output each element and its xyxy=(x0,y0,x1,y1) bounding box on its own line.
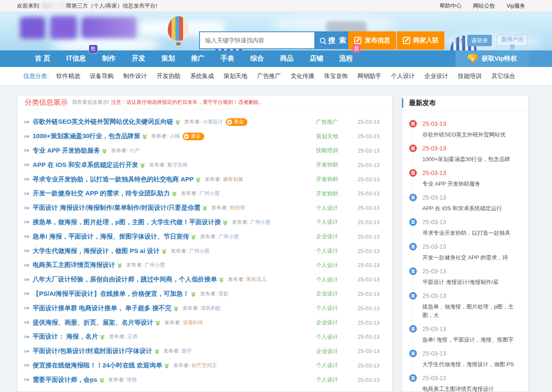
search-input[interactable] xyxy=(199,31,314,49)
category-link[interactable]: 开发协助 xyxy=(314,161,340,169)
publisher-link[interactable]: 广州小慧 xyxy=(199,190,219,197)
listing-title-link[interactable]: 专业 APP 开发协助服务 xyxy=(33,147,100,155)
nav-item[interactable]: 店铺 xyxy=(310,54,323,63)
nav-item[interactable]: 首 页 xyxy=(35,54,50,63)
category-item[interactable]: 其它综合 xyxy=(491,72,515,80)
listing-title-link[interactable]: APP 在 iOS 和安卓系统稳定运行开发 xyxy=(33,161,138,169)
topbar-link[interactable]: 帮助中心 xyxy=(439,2,461,10)
listing-title-link[interactable]: 便宜接在线做海报啦！！24小时在线 欢迎询单 xyxy=(33,361,162,370)
publisher-link[interactable]: 创艺空间主 xyxy=(191,362,217,369)
nav-item[interactable]: 商品 xyxy=(280,54,294,63)
publisher-link[interactable]: 晋影 xyxy=(219,290,229,297)
publisher-link[interactable]: 广州小慧 xyxy=(189,247,209,255)
search-button[interactable]: 搜 索 xyxy=(314,31,352,49)
listing-title-link[interactable]: 提供海报、画册、折页、展架、名片等设计 xyxy=(33,319,153,327)
category-link[interactable]: 个人设计 xyxy=(314,276,340,284)
publisher-link[interactable]: 广州小慧 xyxy=(250,219,271,226)
category-item[interactable]: 设备导购 xyxy=(90,72,114,80)
listing-title-link[interactable]: 八年大厂设计经验，原创自由设计师，跳过中间商，个人低价接单 xyxy=(33,275,217,284)
category-link[interactable]: 企业设计 xyxy=(314,290,340,297)
timeline-title[interactable]: 大学生代做海报，海报设计，做图 PS xyxy=(422,360,524,369)
show-here-link[interactable]: 我也要在这展示! xyxy=(72,99,109,106)
listing-title-link[interactable]: 平面设计接单群 电商设计接单， 单子超多 接不完 xyxy=(33,304,172,312)
timeline-title[interactable]: 专业 APP 开发协助服务 xyxy=(422,180,524,188)
vip-button[interactable]: V 获取Vip特权 xyxy=(455,50,529,67)
timeline-title[interactable]: 电商美工主图详情页海报设计 xyxy=(422,385,524,392)
listing-title-link[interactable]: 寻求专业开发协助，以打造一款独具特色的社交电商 APP xyxy=(33,175,194,183)
category-link[interactable]: 企业设计 xyxy=(314,319,340,326)
listing-title-link[interactable]: 大学生代做海报，海报设计，做图 PS ai 设计 xyxy=(33,247,160,255)
category-item[interactable]: 文化传播 xyxy=(291,72,314,80)
category-link[interactable]: 个人设计 xyxy=(314,361,340,369)
category-link[interactable]: 开发协助 xyxy=(314,190,340,197)
timeline-title[interactable]: 平面设计 海报设计/海报制作/菜 xyxy=(422,278,524,286)
category-link[interactable]: 个人设计 xyxy=(314,247,340,255)
category-item[interactable]: 企业设计 xyxy=(424,72,448,80)
topbar-link[interactable]: Vip服务 xyxy=(506,2,525,10)
nav-item[interactable]: IT信息 xyxy=(66,54,86,63)
category-link[interactable]: 企业设计 xyxy=(314,233,340,240)
category-item[interactable]: 系统集成 xyxy=(190,72,214,80)
timeline-title[interactable]: 1000+策划案涵盖30行业，包含品牌 xyxy=(422,155,524,164)
category-link[interactable]: 技能培训 xyxy=(314,147,340,154)
publisher-link[interactable]: 凌霜剑侠 xyxy=(183,319,203,326)
timeline-title[interactable]: 寻求专业开发协助，以打造一款独具 xyxy=(422,229,524,237)
topbar-link[interactable]: 网站公告 xyxy=(473,2,495,10)
timeline-title[interactable]: 接急单，做海报，图片处理，p图，主图，大 xyxy=(422,303,524,320)
category-item[interactable]: 广告推广 xyxy=(257,72,281,80)
merchant-join-button[interactable]: 商家入驻 xyxy=(397,31,444,50)
nav-item[interactable]: 综合 xyxy=(250,54,264,63)
listing-title-link[interactable]: 平面设计： 海报，名片 xyxy=(33,333,98,341)
listing-title-link[interactable]: 1000+策划案涵盖30行业，包含品牌策 xyxy=(33,132,140,140)
category-item[interactable]: 珠宝首饰 xyxy=(324,72,348,80)
category-link[interactable]: 个人设计 xyxy=(314,261,340,269)
timeline-title[interactable]: APP 在 iOS 和安卓系统稳定运行 xyxy=(422,204,524,213)
nav-item[interactable]: 手表 xyxy=(221,54,234,63)
listing-title-link[interactable]: 接急单，做海报，图片处理，p图，主图，大学生代做！平面设计接 xyxy=(33,218,221,226)
listing-title-link[interactable]: 急单! 海报，平面设计，海报、抠图字体设计、节日宣传 xyxy=(33,233,189,241)
category-item[interactable]: 技能培训 xyxy=(458,72,482,80)
listing-title-link[interactable]: 需要平面设计师，会ps xyxy=(33,376,97,384)
publisher-link[interactable]: 张悦 xyxy=(127,376,137,384)
category-link[interactable]: 开发协助 xyxy=(314,175,340,183)
listing-title-link[interactable]: 电商美工主图详情页海报设计 xyxy=(33,261,115,269)
nav-item[interactable]: 开发 xyxy=(132,54,145,63)
category-link[interactable]: 企业设计 xyxy=(314,348,340,355)
nav-item[interactable]: 制作 xyxy=(102,54,116,63)
category-link[interactable]: 个人设计 xyxy=(314,333,340,341)
timeline-title[interactable]: 谷歌外链SEO英文外链外贸网站优 xyxy=(422,131,524,139)
listing-title-link[interactable]: 谷歌外链SEO英文外链外贸网站优化关键词反向链 xyxy=(33,118,173,126)
category-link[interactable]: 个人设计 xyxy=(314,376,340,384)
publisher-link[interactable]: 广州小慧 xyxy=(219,233,239,240)
publisher-link[interactable]: 程经理 xyxy=(230,204,245,211)
category-link[interactable]: 策划天地 xyxy=(314,133,340,140)
category-link[interactable]: 个人设计 xyxy=(314,218,340,226)
publisher-link[interactable]: 极客创翼 xyxy=(223,176,243,183)
publisher-link[interactable]: 茉莉花儿 xyxy=(246,276,266,283)
nav-item[interactable]: 流程 xyxy=(339,54,353,63)
publisher-link[interactable]: 王强 xyxy=(128,333,138,340)
listing-title-link[interactable]: 平面设计 海报设计/海报制作/菜单制作/封面设计/只要是你需 xyxy=(33,204,200,212)
category-item[interactable]: 软件精选 xyxy=(56,72,80,80)
category-link[interactable]: 个人设计 xyxy=(314,304,340,312)
listing-title-link[interactable]: 平面设计/包装设计/封底封面设计/字体设计 xyxy=(33,347,153,355)
timeline-title[interactable]: 开发一款健身社交 APP 的需求，待 xyxy=(422,253,524,262)
category-link[interactable]: 广告推广 xyxy=(314,118,340,126)
timeline-title[interactable]: 急单! 海报，平面设计，海报、抠图字 xyxy=(422,336,524,344)
listing-title-link[interactable]: 开发一款健身社交 APP 的需求，待专业团队助力 xyxy=(33,189,170,197)
login-button[interactable]: 请登录 xyxy=(467,35,492,46)
publisher-link[interactable]: 数字先锋 xyxy=(167,161,188,169)
category-item[interactable]: 开发协助 xyxy=(157,72,180,80)
publisher-link[interactable]: 小海设计 xyxy=(202,118,223,125)
category-item[interactable]: 个人设计 xyxy=(391,72,415,80)
listing-title-link[interactable]: 【PS/AI海报平面设计】在线接单，价格便宜，可加急！ xyxy=(33,290,189,298)
publisher-link[interactable]: 陈宇 xyxy=(182,348,192,355)
publisher-link[interactable]: 广州小慧 xyxy=(144,261,165,269)
publisher-link[interactable]: 流风剑影 xyxy=(201,305,221,312)
register-button[interactable]: 新用户注册 xyxy=(497,35,528,46)
nav-item[interactable]: 推广 xyxy=(191,54,205,63)
category-item[interactable]: 制作设计 xyxy=(123,72,147,80)
category-link[interactable]: 个人设计 xyxy=(314,204,340,212)
publisher-link[interactable]: 小猫 xyxy=(169,133,180,140)
category-item[interactable]: 策划天地 xyxy=(224,72,247,80)
